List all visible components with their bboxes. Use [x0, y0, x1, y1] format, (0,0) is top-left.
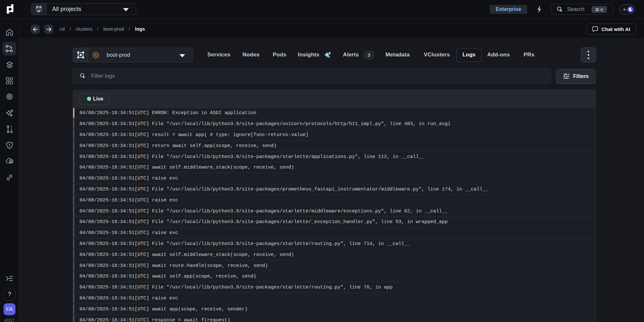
svg-text:K: K [95, 54, 97, 57]
